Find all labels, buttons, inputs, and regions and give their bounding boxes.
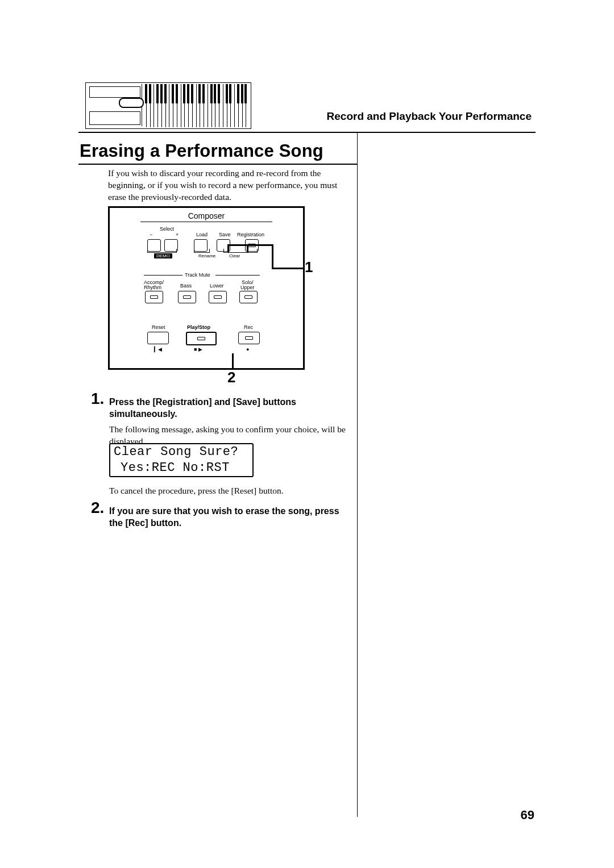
rhythm-label: Rhythm <box>144 285 161 290</box>
load-label: Load <box>196 232 208 237</box>
tm-rule-r <box>215 275 260 276</box>
minus-label: − <box>150 232 152 237</box>
track-mute-label: Track Mute <box>185 272 210 278</box>
select-label: Select <box>160 226 174 232</box>
upper-label: Upper <box>240 285 255 290</box>
page-number: 69 <box>521 808 534 823</box>
callout-1-line <box>272 268 304 269</box>
callout-1-connector <box>227 244 272 246</box>
reset-button[interactable] <box>147 332 169 344</box>
registration-label: Registration <box>237 232 264 237</box>
page-title: Erasing a Performance Song <box>80 141 323 161</box>
lcd-line2: Yes:REC No:RST <box>114 460 249 476</box>
keyboard-highlight-oval <box>119 98 144 108</box>
composer-rule <box>140 222 272 222</box>
record-icon: ● <box>246 347 249 352</box>
upper-button[interactable] <box>239 291 258 303</box>
rename-bracket <box>194 252 210 253</box>
step-1-bold: Press the [Registration] and [Save] butt… <box>109 397 348 420</box>
top-rule <box>78 132 536 133</box>
rec-label: Rec <box>244 324 253 330</box>
callout-1: 1 <box>305 258 313 276</box>
bass-button[interactable] <box>178 291 196 303</box>
callout-1-connector <box>247 244 248 252</box>
lower-label: Lower <box>210 283 224 289</box>
demo-tag: DEMO <box>154 253 172 258</box>
accomp-button[interactable] <box>145 291 163 303</box>
callout-1-connector <box>272 244 273 268</box>
callout-1-connector <box>227 244 229 252</box>
skip-back-icon: ▎◀ <box>154 347 162 352</box>
vertical-rule <box>357 132 358 817</box>
playstop-label: Play/Stop <box>187 324 210 330</box>
stop-play-icon: ■ ▶ <box>194 347 202 352</box>
title-rule <box>78 164 357 165</box>
callout-2: 2 <box>227 369 235 386</box>
lcd-line1: Clear Song Sure? <box>114 444 249 460</box>
lower-button[interactable] <box>209 291 227 303</box>
clear-bracket <box>223 252 258 253</box>
minus-button[interactable] <box>147 239 161 252</box>
step-2-bold: If you are sure that you wish to erase t… <box>109 506 348 529</box>
playstop-button[interactable] <box>186 332 217 345</box>
composer-title: Composer <box>110 211 303 220</box>
rename-label: Rename <box>198 253 215 258</box>
plus-label: + <box>176 232 179 237</box>
rec-button[interactable] <box>238 332 260 344</box>
lcd-display: Clear Song Sure? Yes:REC No:RST <box>109 443 254 477</box>
reset-label: Reset <box>152 324 165 330</box>
manual-page: Record and Playback Your Performance Era… <box>0 0 614 868</box>
section-header: Record and Playback Your Performance <box>327 110 532 123</box>
bass-label: Bass <box>180 283 192 289</box>
tm-rule-l <box>144 275 182 276</box>
demo-bracket <box>147 252 177 253</box>
step-1-number: 1. <box>91 390 104 408</box>
clear-label: Clear <box>229 253 240 258</box>
callout-2-line <box>232 353 234 369</box>
keyboard-illustration <box>85 82 251 129</box>
save-label: Save <box>219 232 231 237</box>
intro-text: If you wish to discard your recording an… <box>108 168 347 203</box>
step-1-text2: To cancel the procedure, press the [Rese… <box>109 485 348 497</box>
load-button[interactable] <box>194 239 208 252</box>
step-2-number: 2. <box>91 499 104 517</box>
keyboard-keys <box>143 84 250 127</box>
composer-panel: Composer Select − + Load Save Registrati… <box>108 206 305 370</box>
